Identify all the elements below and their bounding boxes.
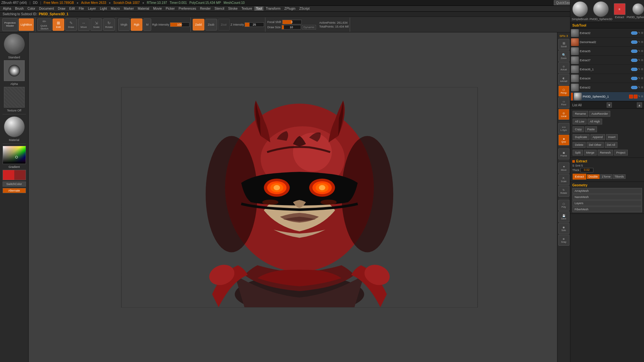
all-high-btn[interactable]: All High bbox=[588, 119, 602, 124]
floor-btn[interactable]: ▭ Floor bbox=[558, 97, 569, 108]
zcut-btn[interactable]: Zcut bbox=[218, 19, 230, 30]
actual-btn[interactable]: ⊙ Actual bbox=[558, 62, 569, 73]
layers-btn[interactable]: Layers bbox=[572, 200, 642, 206]
menu-edit[interactable]: Edit bbox=[68, 6, 77, 11]
remesh-btn[interactable]: Remesh bbox=[598, 150, 613, 156]
zadd-btn[interactable]: Zadd bbox=[193, 19, 204, 30]
alpha-preview[interactable] bbox=[4, 60, 25, 81]
menu-zplugin[interactable]: ZPlugin bbox=[283, 6, 297, 11]
subtool-demohead[interactable]: DemoHead2 ✎ ⊟ bbox=[570, 38, 644, 47]
menu-marker[interactable]: Marker bbox=[122, 6, 135, 11]
subtool-pm3d[interactable]: PM3D_Sphere3D_1 ✎ ⊟ bbox=[570, 92, 644, 101]
poly-btn[interactable]: ⬡ Poly bbox=[558, 200, 569, 211]
menu-layer[interactable]: Layer bbox=[86, 6, 98, 11]
color-picker[interactable] bbox=[3, 146, 26, 164]
subtool-extract6[interactable]: Extract6_1 ✎ ⊟ bbox=[570, 65, 644, 74]
list-arrow-up-btn[interactable]: ▲ bbox=[637, 102, 642, 108]
menu-file[interactable]: File bbox=[77, 6, 86, 11]
subtool-extract2-second[interactable]: Extract2 ✎ ⊟ bbox=[570, 83, 644, 92]
toggle-3[interactable] bbox=[631, 50, 638, 53]
aahalf-btn[interactable]: ◐ AAHalf bbox=[558, 74, 569, 85]
menu-texture[interactable]: Texture bbox=[240, 6, 254, 11]
toggle-4[interactable] bbox=[631, 59, 638, 62]
menu-picker[interactable]: Picker bbox=[164, 6, 176, 11]
brush-preview[interactable] bbox=[4, 34, 25, 54]
scale-side-btn[interactable]: ⇱ Scale bbox=[558, 174, 569, 185]
rotate-btn[interactable]: ↻ Rotate bbox=[103, 18, 115, 31]
delete-btn[interactable]: Delete bbox=[573, 142, 586, 148]
toggle-2[interactable] bbox=[631, 41, 638, 44]
draw-size-slider[interactable]: 10 bbox=[282, 25, 301, 29]
save-side-btn[interactable]: 💾 Save bbox=[558, 211, 569, 222]
solo-btn[interactable]: ◉ Solo bbox=[558, 223, 569, 234]
double-btn[interactable]: Double bbox=[587, 174, 600, 179]
thick-input[interactable]: 0.02 bbox=[580, 168, 593, 172]
rename-btn[interactable]: Rename bbox=[573, 111, 588, 117]
menu-material[interactable]: Material bbox=[136, 6, 151, 11]
all-low-btn[interactable]: All Low bbox=[573, 119, 587, 124]
color-swatch[interactable] bbox=[3, 170, 26, 180]
zoom-btn[interactable]: 🔍 Zoom bbox=[558, 51, 569, 62]
fiber-mesh-btn[interactable]: FiberMesh bbox=[572, 206, 642, 212]
dynamic-label[interactable]: Dynamic bbox=[302, 25, 316, 29]
menu-color[interactable]: Color bbox=[26, 6, 37, 11]
move-side-btn[interactable]: ✦ Move bbox=[558, 162, 569, 173]
extract-thumb[interactable]: E bbox=[614, 3, 626, 15]
zsub-btn[interactable]: Zsub bbox=[205, 19, 217, 30]
lightbox-btn[interactable]: LightBox bbox=[18, 18, 34, 31]
draw-btn[interactable]: ✎ Draw bbox=[65, 18, 77, 31]
scale-btn[interactable]: ⇲ Scale bbox=[91, 18, 102, 31]
simple-brush-sphere[interactable] bbox=[572, 1, 588, 17]
toggle-7[interactable] bbox=[631, 86, 638, 89]
del-all-btn[interactable]: Del All bbox=[605, 142, 618, 148]
focal-shift-slider[interactable]: 0 bbox=[282, 20, 302, 24]
snap-btn[interactable]: ⊕ Snap bbox=[558, 235, 569, 246]
quick-sketch-btn[interactable]: ✏ QuickSketch bbox=[37, 18, 52, 31]
menu-tool[interactable]: Tool bbox=[254, 6, 263, 11]
menu-render[interactable]: Render bbox=[199, 6, 213, 11]
paste-btn[interactable]: Paste bbox=[585, 126, 597, 132]
move-btn[interactable]: ↔ Move bbox=[78, 18, 90, 31]
rgb-btn[interactable]: Rgb bbox=[131, 18, 142, 31]
subtool-extract5[interactable]: Extract5 ✎ ⊟ bbox=[570, 47, 644, 56]
subtool-extract7[interactable]: Extract7 ✎ ⊟ bbox=[570, 56, 644, 65]
pm3d-sphere2[interactable] bbox=[632, 3, 644, 15]
menu-brush[interactable]: Brush bbox=[14, 6, 25, 11]
subtool-extract2-first[interactable]: Extract2 ✎ ⊟ bbox=[570, 29, 644, 38]
menu-document[interactable]: Document bbox=[38, 6, 56, 11]
list-arrow-btn[interactable]: ▼ bbox=[607, 102, 612, 108]
switch-color-btn[interactable]: SwitchColor bbox=[3, 181, 26, 187]
project-btn[interactable]: Project bbox=[614, 150, 628, 156]
toggle-1[interactable] bbox=[631, 31, 638, 35]
subtool-extract4[interactable]: Extract4 ✎ ⊟ bbox=[570, 74, 644, 83]
projection-master-btn[interactable]: ProjectionMaster bbox=[2, 18, 18, 31]
scroll-btn[interactable]: ⊞ Scroll bbox=[558, 39, 569, 50]
del-other-btn[interactable]: Del Other bbox=[587, 142, 604, 148]
canvas-area[interactable] bbox=[29, 32, 569, 362]
copy-btn[interactable]: Copy bbox=[573, 126, 584, 132]
tbords-btn[interactable]: TBords bbox=[613, 174, 626, 179]
menu-draw[interactable]: Draw bbox=[56, 6, 67, 11]
menu-light[interactable]: Light bbox=[98, 6, 109, 11]
nano-mesh-btn[interactable]: NanoMesh bbox=[572, 194, 642, 200]
insert-btn[interactable]: Insert bbox=[606, 134, 618, 140]
duplicate-btn[interactable]: Duplicate bbox=[573, 134, 589, 140]
frame-btn[interactable]: ▣ Frame bbox=[558, 148, 569, 159]
menu-zscript[interactable]: ZScript bbox=[298, 6, 311, 11]
menu-macro[interactable]: Macro bbox=[109, 6, 122, 11]
qviz-btn[interactable]: ◈ Qviz bbox=[558, 134, 569, 146]
model-canvas[interactable] bbox=[121, 87, 478, 308]
menu-movie[interactable]: Movie bbox=[152, 6, 164, 11]
menu-transform[interactable]: Transform bbox=[264, 6, 282, 11]
local-btn[interactable]: ◎ Local bbox=[558, 109, 569, 120]
z-intensity-slider[interactable]: 25 bbox=[245, 22, 264, 27]
rotate-side-btn[interactable]: ↻ Rotate bbox=[558, 186, 569, 197]
alternate-btn[interactable]: Alternate bbox=[3, 188, 26, 193]
mrgb-btn[interactable]: Mrgb bbox=[118, 18, 130, 31]
1torne-btn[interactable]: 1Torne bbox=[600, 174, 613, 179]
append-btn[interactable]: Append bbox=[590, 134, 605, 140]
menu-stencil[interactable]: Stencil bbox=[213, 6, 226, 11]
toggle-5[interactable] bbox=[631, 68, 638, 71]
material-preview[interactable] bbox=[4, 116, 25, 137]
menu-alpha[interactable]: Alpha bbox=[1, 6, 13, 11]
